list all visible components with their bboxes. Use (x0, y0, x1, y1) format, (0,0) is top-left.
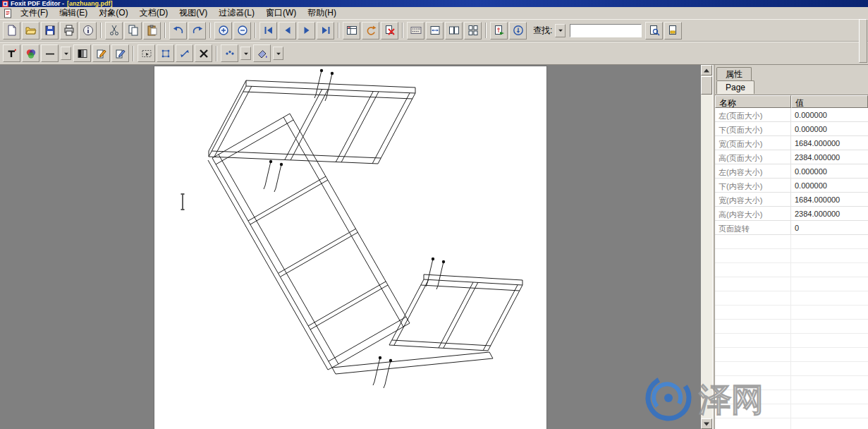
column-header-name[interactable]: 名称 (715, 95, 791, 108)
property-value[interactable]: 0.000000 (791, 108, 868, 121)
chevron-down-icon (275, 50, 282, 57)
property-row[interactable]: 高(内容大小)2384.000000 (715, 207, 868, 221)
property-value[interactable]: 1684.000000 (791, 136, 868, 150)
next-page-button[interactable] (298, 22, 315, 40)
undo-icon (173, 25, 184, 36)
search-page-button[interactable] (645, 22, 663, 40)
color-picker-button[interactable] (22, 44, 39, 62)
line-tool-button[interactable] (41, 44, 59, 62)
toolbar-separator (255, 23, 256, 38)
goto-circle-icon (513, 25, 524, 36)
grid-dots-icon (410, 25, 422, 36)
nodes-button[interactable] (221, 44, 238, 62)
menu-view[interactable]: 视图(V) (173, 6, 213, 20)
properties-grid: 名称 值 左(页面大小)0.000000 下(页面大小)0.000000 宽(页… (715, 95, 868, 429)
find-history-dropdown[interactable] (555, 24, 566, 37)
info-icon (82, 25, 94, 36)
property-row[interactable]: 左(内容大小)0.000000 (715, 164, 868, 179)
tools-button[interactable] (195, 44, 212, 62)
edit-object-button[interactable] (92, 44, 110, 62)
property-value[interactable]: 0.000000 (791, 179, 868, 192)
cut-button[interactable] (105, 22, 123, 40)
goto-page-button[interactable] (509, 22, 527, 40)
scroll-down-button[interactable] (701, 418, 712, 429)
continuous-pages-button[interactable] (464, 22, 482, 40)
highlight-page-button[interactable] (664, 22, 682, 40)
column-header-value[interactable]: 值 (791, 95, 868, 108)
paint-dropdown[interactable] (273, 47, 283, 60)
property-value[interactable]: 0 (791, 221, 868, 234)
toolbar-separator (100, 23, 102, 38)
menu-filter[interactable]: 过滤器(L) (213, 6, 260, 20)
pdf-page[interactable] (154, 66, 547, 429)
open-button[interactable] (22, 22, 39, 40)
vertical-scrollbar[interactable] (701, 65, 712, 429)
toolbar-separator (485, 23, 487, 38)
last-page-icon (320, 25, 331, 36)
grid-view-button[interactable] (407, 22, 424, 40)
first-page-button[interactable] (259, 22, 277, 40)
tab-page[interactable]: Page (716, 80, 754, 94)
transform-handles-button[interactable] (157, 44, 174, 62)
property-row[interactable]: 高(页面大小)2384.000000 (715, 150, 868, 164)
paint-button[interactable] (253, 44, 271, 62)
facing-pages-button[interactable] (445, 22, 463, 40)
clipboard-icon (147, 25, 158, 36)
delete-page-button[interactable] (381, 22, 398, 40)
transform-arrow-button[interactable] (176, 44, 193, 62)
line-style-dropdown[interactable] (61, 47, 71, 60)
undo-button[interactable] (169, 22, 187, 40)
menu-document[interactable]: 文档(D) (134, 6, 174, 20)
zoom-in-icon (218, 25, 229, 36)
scroll-up-button[interactable] (701, 65, 712, 75)
save-button[interactable] (41, 22, 59, 40)
document-icon (3, 8, 13, 18)
zoom-in-button[interactable] (214, 22, 232, 40)
zoom-out-button[interactable] (233, 22, 251, 40)
text-extract-icon (494, 25, 505, 36)
panel-title-row: 属性 (715, 65, 868, 80)
property-value[interactable]: 0.000000 (791, 164, 868, 178)
property-value[interactable]: 2384.000000 (791, 207, 868, 220)
text-tool-icon (6, 48, 18, 59)
property-row[interactable]: 页面旋转0 (715, 221, 868, 235)
property-row[interactable]: 下(内容大小)0.000000 (715, 179, 868, 193)
property-row[interactable]: 宽(内容大小)1684.000000 (715, 193, 868, 207)
menu-window[interactable]: 窗口(W) (260, 6, 302, 20)
find-input[interactable] (570, 24, 642, 37)
marquee-select-button[interactable] (137, 44, 155, 62)
paste-button[interactable] (143, 22, 161, 40)
menu-edit[interactable]: 编辑(E) (54, 6, 93, 20)
document-canvas[interactable] (0, 65, 701, 429)
text-extract-button[interactable] (490, 22, 508, 40)
property-value[interactable]: 1684.000000 (791, 193, 868, 206)
edit-content-button[interactable] (111, 44, 129, 62)
scrollbar-thumb[interactable] (701, 76, 712, 95)
new-document-icon (6, 25, 18, 36)
gradient-fill-button[interactable] (73, 44, 91, 62)
scroll-down-arrow-icon (703, 421, 710, 428)
nodes-dropdown[interactable] (240, 47, 251, 60)
print-button[interactable] (60, 22, 78, 40)
property-row[interactable]: 左(页面大小)0.000000 (715, 108, 868, 122)
redo-button[interactable] (188, 22, 206, 40)
property-value[interactable]: 2384.000000 (791, 150, 868, 164)
property-row[interactable]: 下(页面大小)0.000000 (715, 122, 868, 136)
toolbar-separator (209, 23, 211, 38)
tab-properties[interactable]: 属性 (716, 67, 752, 80)
property-value[interactable]: 0.000000 (791, 122, 868, 135)
property-row[interactable]: 宽(页面大小)1684.000000 (715, 136, 868, 150)
menu-object[interactable]: 对象(O) (93, 6, 133, 20)
copy-button[interactable] (124, 22, 142, 40)
fit-width-button[interactable] (426, 22, 444, 40)
new-button[interactable] (3, 22, 20, 40)
menu-file[interactable]: 文件(F) (15, 6, 54, 20)
text-tool-button[interactable] (3, 44, 20, 62)
previous-page-button[interactable] (279, 22, 296, 40)
facing-pages-icon (448, 25, 460, 36)
rotate-page-button[interactable] (362, 22, 379, 40)
last-page-button[interactable] (317, 22, 334, 40)
document-info-button[interactable] (79, 22, 97, 40)
thumbnails-button[interactable] (343, 22, 360, 40)
menu-help[interactable]: 帮助(H) (302, 6, 342, 20)
